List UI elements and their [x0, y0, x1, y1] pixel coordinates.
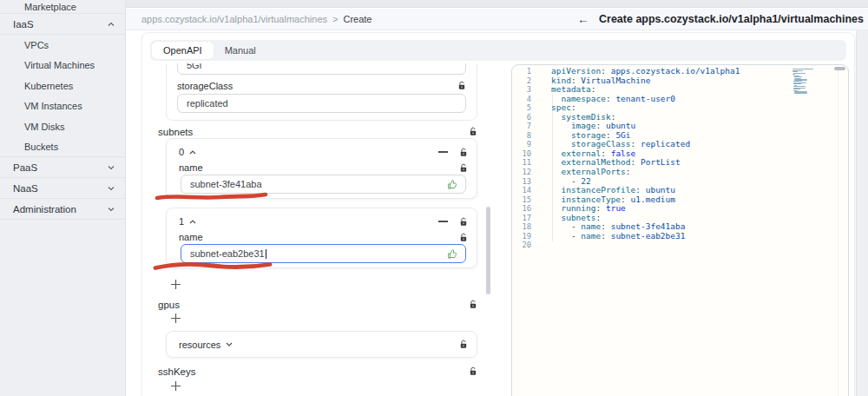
add-sshkey-button[interactable] — [169, 380, 181, 392]
subnet-item-0-collapse[interactable]: 0 — [179, 147, 196, 157]
remove-item-button[interactable] — [438, 151, 448, 153]
app-window: MarketplaceIaaSVPCsVirtual MachinesKuber… — [0, 0, 868, 396]
line-number: 10 — [512, 149, 531, 159]
line-number: 12 — [512, 168, 531, 177]
editor-scrollbar-track[interactable] — [838, 65, 838, 396]
add-gpu-button[interactable] — [169, 312, 181, 324]
sidebar-item-label: VM Disks — [24, 122, 64, 132]
sidebar-item-vm-instances[interactable]: VM Instances — [0, 96, 125, 117]
thumbs-up-icon — [447, 248, 458, 260]
sidebar-item-label: VPCs — [24, 40, 49, 50]
page-title: ← Create apps.cozystack.io/v1alpha1/virt… — [577, 9, 864, 30]
plus-icon — [170, 313, 181, 324]
sidebar-item-label: IaaS — [13, 19, 34, 30]
minimap-slider[interactable] — [834, 67, 845, 70]
back-arrow-icon[interactable]: ← — [577, 13, 589, 25]
unlock-icon — [459, 217, 468, 227]
line-number: 1 — [512, 67, 531, 76]
plus-icon — [170, 380, 181, 392]
subnet-item-1-card: 1 name subnet-eab2be31 — [166, 208, 477, 268]
unlock-icon — [469, 366, 477, 376]
form-scrollbar-thumb[interactable] — [486, 207, 490, 294]
sidebar-item-vm-disks[interactable]: VM Disks — [0, 116, 125, 137]
top-toolbar-remnant — [126, 0, 868, 8]
line-number: 16 — [512, 204, 531, 214]
systemdisk-card: 5Gi storageClass replicated — [166, 63, 477, 121]
sidebar-item-buckets[interactable]: Buckets — [0, 137, 125, 158]
sshkeys-label: sshKeys — [158, 366, 195, 377]
text-cursor — [266, 249, 266, 259]
remove-item-button[interactable] — [438, 221, 448, 222]
line-number: 15 — [512, 195, 531, 205]
sidebar-item-virtual-machines[interactable]: Virtual Machines — [0, 56, 125, 76]
page-scrollbar-track[interactable] — [856, 30, 868, 396]
breadcrumb-current: Create — [343, 14, 372, 24]
page-title-text: Create apps.cozystack.io/v1alpha1/virtua… — [599, 13, 864, 25]
sidebar-item-naas[interactable]: NaaS — [0, 178, 125, 199]
minimap-line — [794, 93, 806, 94]
unlock-icon — [459, 233, 468, 242]
unlock-icon — [459, 148, 468, 157]
sidebar-item-label: NaaS — [13, 183, 38, 194]
form-pane: 5Gi storageClass replicated subnets — [151, 63, 484, 396]
sidebar-item-vpcs[interactable]: VPCs — [0, 35, 125, 56]
thumbs-up-icon — [447, 179, 458, 190]
name-label: name — [179, 232, 203, 242]
chevron-down-icon — [108, 207, 115, 211]
subnet-0-name-input[interactable]: subnet-3fe41aba — [181, 175, 466, 194]
sidebar-item-paas[interactable]: PaaS — [0, 157, 125, 178]
gpus-label: gpus — [158, 300, 180, 310]
line-number: 3 — [512, 85, 531, 95]
breadcrumb-path[interactable]: apps.cozystack.io/v1alpha1/virtualmachin… — [141, 14, 327, 24]
line-number: 5 — [512, 103, 531, 113]
chevron-down-icon — [108, 165, 115, 169]
sidebar-item-label: VM Instances — [24, 101, 82, 111]
sidebar-item-kubernetes[interactable]: Kubernetes — [0, 76, 125, 96]
yaml-editor[interactable]: 1apiVersion: apps.cozystack.io/v1alpha12… — [511, 64, 849, 396]
tab-openapi[interactable]: OpenAPI — [152, 42, 214, 59]
unlock-icon — [469, 127, 477, 136]
chevron-down-icon — [226, 342, 233, 346]
line-number: 17 — [512, 214, 531, 223]
line-number: 11 — [512, 158, 531, 168]
content-card: OpenAPI Manual 5Gi storageClass replicat… — [141, 32, 855, 396]
plus-icon — [170, 279, 181, 290]
sidebar-item-label: Buckets — [24, 142, 58, 152]
name-label: name — [179, 162, 203, 173]
sidebar-item-administration[interactable]: Administration — [0, 199, 125, 220]
sidebar-item-marketplace[interactable]: Marketplace — [0, 0, 125, 14]
sidebar-item-label: PaaS — [13, 162, 37, 173]
line-number: 20 — [512, 241, 531, 250]
line-number: 13 — [512, 177, 531, 187]
subnet-1-name-input[interactable]: subnet-eab2be31 — [181, 244, 466, 263]
minimap-line — [793, 73, 806, 74]
minimap-line — [793, 81, 801, 82]
unlock-icon — [469, 300, 477, 309]
line-number: 18 — [512, 222, 531, 232]
sidebar-item-label: Administration — [13, 204, 76, 214]
unlock-icon — [457, 81, 466, 90]
sidebar-item-iaas[interactable]: IaaS — [0, 14, 125, 35]
chevron-up-icon — [189, 150, 196, 155]
subnet-item-1-collapse[interactable]: 1 — [179, 216, 196, 227]
tab-manual[interactable]: Manual — [214, 42, 267, 59]
sidebar-item-label: Marketplace — [24, 2, 76, 12]
resources-card[interactable]: resources — [166, 331, 477, 358]
editor-minimap[interactable] — [792, 69, 829, 103]
breadcrumb-separator: > — [332, 14, 338, 24]
form-scrollbar[interactable] — [486, 63, 490, 396]
code-line[interactable]: 20 — [512, 241, 848, 250]
storageclass-label: storageClass — [177, 81, 233, 91]
storage-input[interactable]: 5Gi — [177, 63, 466, 75]
tab-bar: OpenAPI Manual — [150, 40, 846, 61]
subnet-item-0-card: 0 name subnet-3fe41aba — [166, 138, 477, 199]
add-subnet-button[interactable] — [169, 278, 181, 290]
line-number: 7 — [512, 122, 531, 131]
chevron-up-icon — [189, 220, 196, 224]
resources-label: resources — [179, 340, 220, 350]
line-number: 4 — [512, 95, 531, 104]
line-number: 9 — [512, 140, 531, 149]
storageclass-input[interactable]: replicated — [177, 94, 466, 113]
chevron-down-icon — [108, 186, 115, 190]
code-line[interactable]: 19 - name: subnet-eab2be31 — [512, 232, 848, 241]
